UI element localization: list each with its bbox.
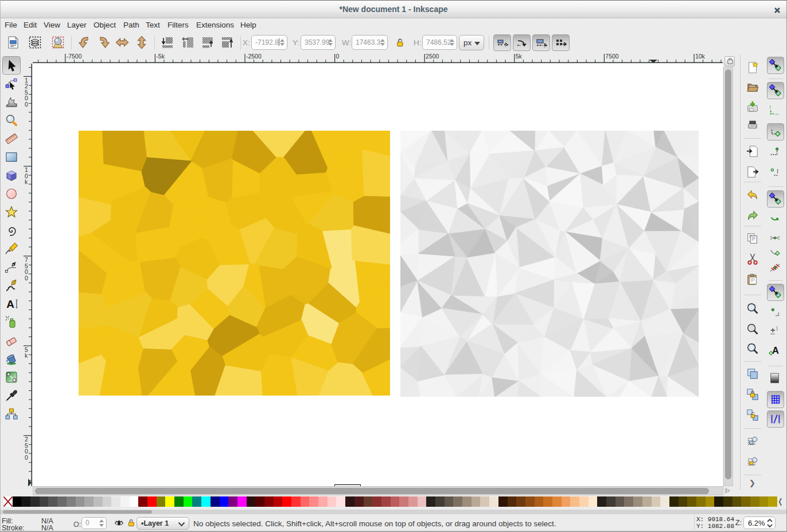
svg-text:k: k [25,178,28,185]
svg-text:10k: 10k [695,53,706,60]
svg-text:k: k [25,352,28,359]
svg-text:0: 0 [25,275,28,281]
svg-text:0: 0 [336,53,340,60]
svg-text:-5k: -5k [156,53,165,60]
svg-text:A: A [6,298,14,310]
svg-text:-2500: -2500 [246,53,262,60]
svg-text:A: A [772,345,779,355]
svg-text:2500: 2500 [426,53,439,60]
svg-text:5k: 5k [516,53,523,60]
svg-text:-7500: -7500 [67,53,82,60]
svg-text:0: 0 [25,101,28,108]
svg-text:7500: 7500 [605,53,619,60]
svg-text:0: 0 [25,454,28,461]
